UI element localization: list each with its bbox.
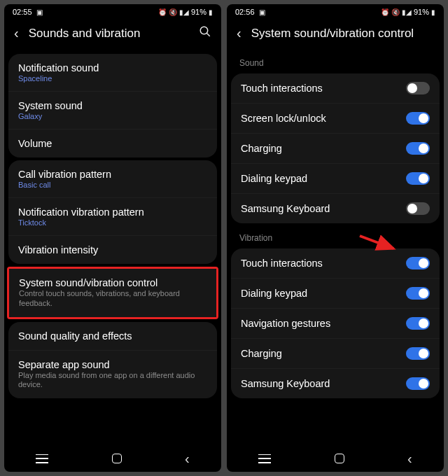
row-title: Separate app sound <box>18 359 207 370</box>
back-button[interactable]: ‹ <box>407 451 412 467</box>
recents-button[interactable] <box>258 454 271 463</box>
alarm-icon: ⏰ <box>158 8 167 16</box>
row-title: Dialing keypad <box>241 288 406 299</box>
row-title: Screen lock/unlock <box>241 113 406 124</box>
search-icon[interactable] <box>199 25 211 41</box>
row-title: System sound <box>18 100 207 111</box>
page-title: Sounds and vibration <box>29 27 199 41</box>
toggle-switch[interactable] <box>406 202 430 215</box>
row-title: Touch interactions <box>241 258 406 269</box>
signal-icon: ▮◢ <box>179 8 189 16</box>
row-title: Touch interactions <box>241 83 406 94</box>
toggle-switch[interactable] <box>406 317 430 330</box>
row-subtitle: Basic call <box>18 181 207 189</box>
row-title: Notification vibration pattern <box>18 206 207 218</box>
title-bar: ‹ Sounds and vibration <box>4 20 221 51</box>
settings-row[interactable]: Charging <box>231 339 440 369</box>
settings-group: System sound/vibration controlControl to… <box>9 269 216 317</box>
settings-row[interactable]: Sound quality and effects <box>8 322 217 351</box>
home-button[interactable] <box>112 454 122 463</box>
settings-row[interactable]: Dialing keypad <box>231 164 440 194</box>
status-bar: 02:56 ▣ ⏰ 🔇 ▮◢ 91% ▮ <box>227 4 444 20</box>
row-subtitle: Play media sound from one app on a diffe… <box>18 371 207 391</box>
recents-button[interactable] <box>36 454 48 463</box>
back-icon[interactable]: ‹ <box>14 25 19 41</box>
nav-bar: ‹ <box>227 445 444 472</box>
content-left: Notification soundSpacelineSystem soundG… <box>4 51 221 445</box>
settings-row[interactable]: Screen lock/unlock <box>231 104 440 134</box>
row-subtitle: Spaceline <box>18 74 207 83</box>
row-title: Samsung Keyboard <box>241 203 406 214</box>
row-title: Volume <box>18 138 207 149</box>
row-title: Samsung Keyboard <box>241 378 406 389</box>
title-bar: ‹ System sound/vibration control <box>227 20 444 51</box>
row-title: Vibration intensity <box>18 244 207 255</box>
section-header: Sound <box>227 51 444 71</box>
battery-percent: 91% <box>191 8 206 16</box>
toggle-switch[interactable] <box>406 257 430 270</box>
battery-icon: ▮ <box>431 8 435 16</box>
settings-row[interactable]: Vibration intensity <box>8 236 217 264</box>
settings-row[interactable]: Separate app soundPlay media sound from … <box>8 351 217 399</box>
row-title: Charging <box>241 143 406 154</box>
toggle-switch[interactable] <box>406 142 430 155</box>
page-title: System sound/vibration control <box>251 27 434 41</box>
settings-group: Sound quality and effectsSeparate app so… <box>8 322 217 399</box>
row-title: Notification sound <box>18 62 207 74</box>
settings-row[interactable]: Samsung Keyboard <box>231 369 440 398</box>
settings-group: Touch interactionsScreen lock/unlockChar… <box>231 74 440 223</box>
settings-group: Call vibration patternBasic callNotifica… <box>8 160 217 264</box>
mute-icon: 🔇 <box>391 8 400 16</box>
screenshot-right: 02:56 ▣ ⏰ 🔇 ▮◢ 91% ▮ ‹ System sound/vibr… <box>227 4 444 472</box>
settings-row[interactable]: Volume <box>8 130 217 158</box>
settings-row[interactable]: System soundGalaxy <box>8 92 217 130</box>
svg-point-0 <box>200 27 208 34</box>
settings-row[interactable]: Touch interactions <box>231 248 440 279</box>
battery-icon: ▮ <box>209 8 213 16</box>
image-indicator-icon: ▣ <box>36 8 43 16</box>
toggle-switch[interactable] <box>406 82 430 94</box>
row-title: Dialing keypad <box>241 173 406 184</box>
settings-row[interactable]: Charging <box>231 134 440 164</box>
nav-bar: ‹ <box>4 445 221 472</box>
row-title: System sound/vibration control <box>19 277 206 288</box>
settings-row[interactable]: Navigation gestures <box>231 309 440 339</box>
home-button[interactable] <box>335 454 344 463</box>
row-title: Navigation gestures <box>241 318 406 329</box>
row-title: Sound quality and effects <box>18 330 207 342</box>
back-button[interactable]: ‹ <box>185 451 190 467</box>
screenshot-left: 02:55 ▣ ⏰ 🔇 ▮◢ 91% ▮ ‹ Sounds and vibrat… <box>4 4 221 472</box>
toggle-switch[interactable] <box>406 112 430 125</box>
settings-group: Notification soundSpacelineSystem soundG… <box>8 54 217 158</box>
toggle-switch[interactable] <box>406 172 430 185</box>
row-subtitle: Galaxy <box>18 112 207 120</box>
image-indicator-icon: ▣ <box>259 8 265 16</box>
row-title: Call vibration pattern <box>18 169 207 180</box>
settings-row[interactable]: Notification vibration patternTicktock <box>8 198 217 236</box>
back-icon[interactable]: ‹ <box>237 25 241 41</box>
status-bar: 02:55 ▣ ⏰ 🔇 ▮◢ 91% ▮ <box>4 4 221 20</box>
row-title: Charging <box>241 348 406 359</box>
content-right: SoundTouch interactionsScreen lock/unloc… <box>227 51 444 445</box>
settings-row[interactable]: Samsung Keyboard <box>231 194 440 223</box>
settings-row[interactable]: System sound/vibration controlControl to… <box>9 269 216 317</box>
battery-percent: 91% <box>414 8 429 16</box>
settings-row[interactable]: Notification soundSpaceline <box>8 54 217 92</box>
mute-icon: 🔇 <box>169 8 177 16</box>
clock: 02:55 <box>13 8 32 16</box>
settings-row[interactable]: Call vibration patternBasic call <box>8 160 217 198</box>
clock: 02:56 <box>235 8 255 16</box>
row-subtitle: Control touch sounds, vibrations, and ke… <box>19 289 206 309</box>
svg-line-1 <box>206 33 210 36</box>
section-header: Vibration <box>227 226 444 246</box>
toggle-switch[interactable] <box>406 287 430 300</box>
settings-group: Touch interactionsDialing keypadNavigati… <box>231 248 440 398</box>
toggle-switch[interactable] <box>406 347 430 360</box>
toggle-switch[interactable] <box>406 377 430 390</box>
row-subtitle: Ticktock <box>18 218 207 227</box>
settings-row[interactable]: Dialing keypad <box>231 279 440 309</box>
settings-row[interactable]: Touch interactions <box>231 74 440 104</box>
signal-icon: ▮◢ <box>402 8 412 16</box>
alarm-icon: ⏰ <box>381 8 389 16</box>
